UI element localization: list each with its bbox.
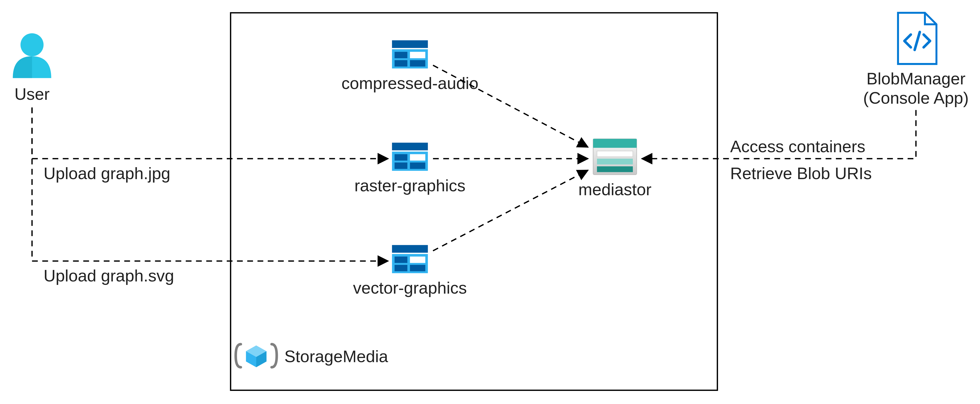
container-icon bbox=[392, 40, 428, 68]
container-label: compressed-audio bbox=[341, 74, 478, 92]
container-raster-graphics: raster-graphics bbox=[355, 143, 466, 195]
svg-rect-9 bbox=[410, 60, 425, 67]
svg-rect-4 bbox=[392, 40, 428, 48]
user-label: User bbox=[14, 85, 50, 103]
svg-rect-23 bbox=[593, 139, 636, 148]
blobmanager-node: BlobManager (Console App) bbox=[863, 13, 969, 107]
svg-rect-18 bbox=[395, 257, 407, 263]
edge-compressed-audio-to-mediastor bbox=[433, 65, 588, 147]
edge-label-upload-svg: Upload graph.svg bbox=[43, 266, 174, 285]
resource-group-label-group: StorageMedia bbox=[236, 344, 388, 367]
svg-rect-24 bbox=[597, 151, 633, 157]
svg-rect-6 bbox=[395, 52, 407, 58]
user-node: User bbox=[13, 33, 51, 103]
svg-rect-21 bbox=[410, 265, 425, 271]
svg-rect-13 bbox=[410, 154, 425, 161]
svg-rect-8 bbox=[395, 60, 407, 67]
svg-rect-10 bbox=[392, 143, 428, 150]
user-icon bbox=[13, 33, 51, 78]
edge-label-upload-jpg: Upload graph.jpg bbox=[43, 164, 170, 182]
svg-rect-16 bbox=[392, 245, 428, 253]
container-vector-graphics: vector-graphics bbox=[353, 245, 467, 297]
edge-upload-jpg bbox=[32, 108, 388, 158]
edge-label-retrieve-blob-uris: Retrieve Blob URIs bbox=[730, 164, 872, 182]
svg-rect-12 bbox=[395, 154, 407, 161]
container-compressed-audio: compressed-audio bbox=[341, 40, 478, 92]
svg-rect-19 bbox=[410, 257, 425, 263]
storage-account-label: mediastor bbox=[578, 180, 651, 199]
resource-group-box bbox=[231, 13, 718, 390]
svg-point-0 bbox=[21, 33, 43, 56]
edge-label-access-containers: Access containers bbox=[730, 137, 865, 156]
container-label: vector-graphics bbox=[353, 279, 467, 297]
architecture-diagram: User StorageMedia compressed-audio bbox=[0, 0, 980, 403]
resource-group-icon bbox=[236, 344, 277, 367]
container-label: raster-graphics bbox=[355, 176, 466, 195]
svg-rect-14 bbox=[395, 163, 407, 169]
storage-account-mediastor: mediastor bbox=[578, 139, 651, 199]
storage-account-icon bbox=[593, 139, 636, 175]
container-icon bbox=[392, 143, 428, 171]
svg-rect-15 bbox=[410, 163, 425, 169]
edge-upload-svg bbox=[32, 108, 388, 261]
blobmanager-label-line2: (Console App) bbox=[863, 89, 969, 107]
svg-rect-26 bbox=[597, 166, 633, 172]
container-icon bbox=[392, 245, 428, 273]
blobmanager-label-line1: BlobManager bbox=[867, 70, 966, 88]
resource-group-label: StorageMedia bbox=[284, 347, 388, 366]
svg-rect-25 bbox=[597, 158, 633, 165]
code-file-icon bbox=[898, 13, 937, 64]
svg-rect-7 bbox=[410, 52, 425, 58]
svg-rect-20 bbox=[395, 265, 407, 271]
